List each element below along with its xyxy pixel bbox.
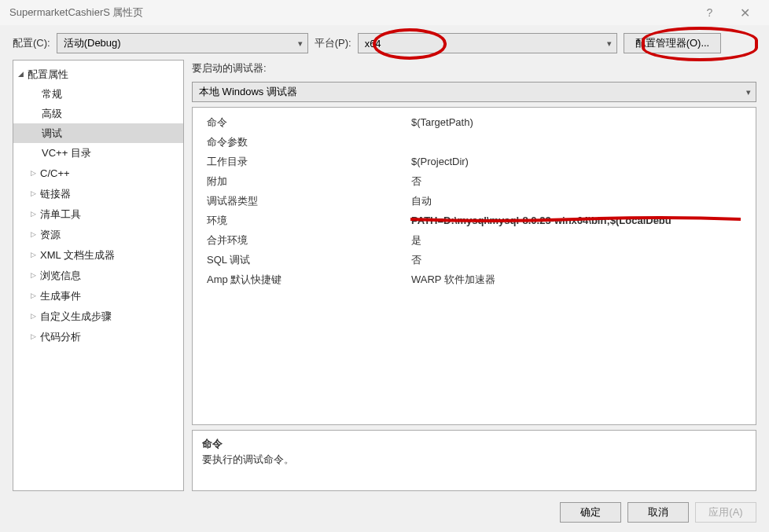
debugger-dropdown[interactable]: 本地 Windows 调试器	[192, 82, 756, 102]
expand-icon	[31, 185, 40, 202]
description-title: 命令	[202, 437, 746, 451]
grid-row[interactable]: 合并环境是	[193, 230, 756, 250]
titlebar-controls: ? ✕	[692, 1, 763, 24]
tree-item[interactable]: 代码分析	[13, 326, 183, 347]
tree-item[interactable]: 自定义生成步骤	[13, 306, 183, 326]
grid-value: 否	[411, 251, 741, 268]
debugger-value: 本地 Windows 调试器	[199, 85, 297, 99]
tree-item[interactable]: 链接器	[13, 183, 183, 204]
tree-item[interactable]: 资源	[13, 224, 183, 244]
grid-row[interactable]: 环境PATH=D:\mysql\mysql-8.0.23-winx64\bin;…	[193, 211, 756, 230]
tree-item[interactable]: 高级	[13, 104, 183, 123]
titlebar: SupermarketCashierS 属性页 ? ✕	[0, 0, 769, 25]
dialog-buttons: 确定 取消 应用(A)	[0, 496, 769, 532]
debugger-label: 要启动的调试器:	[192, 60, 756, 77]
tree-item-label: VC++ 目录	[42, 145, 91, 161]
expand-icon	[31, 307, 40, 325]
grid-key: 附加	[207, 173, 411, 189]
expand-icon	[31, 328, 40, 345]
tree-item-label: 链接器	[40, 185, 71, 202]
tree-pane[interactable]: 配置属性 常规高级调试VC++ 目录C/C++链接器清单工具资源XML 文档生成…	[13, 60, 184, 491]
tree-item[interactable]: C/C++	[13, 163, 183, 183]
tree-item-label: 资源	[40, 226, 61, 243]
tree-root[interactable]: 配置属性	[13, 64, 183, 84]
right-pane: 要启动的调试器: 本地 Windows 调试器 命令$(TargetPath)命…	[192, 60, 756, 491]
grid-key: 工作目录	[207, 153, 411, 170]
config-row: 配置(C): 活动(Debug) 平台(P): x64 配置管理器(O)...	[0, 25, 769, 60]
tree-item-label: XML 文档生成器	[40, 247, 115, 263]
platform-label: 平台(P):	[315, 36, 351, 50]
apply-button: 应用(A)	[695, 502, 756, 523]
config-label: 配置(C):	[13, 36, 50, 50]
grid-key: SQL 调试	[207, 251, 411, 268]
grid-key: 环境	[207, 212, 411, 229]
window-title: SupermarketCashierS 属性页	[6, 6, 692, 20]
tree-item[interactable]: 调试	[13, 123, 183, 143]
grid-value: 否	[411, 173, 741, 189]
grid-value: $(ProjectDir)	[411, 153, 741, 170]
platform-dropdown[interactable]: x64	[358, 33, 617, 53]
tree-item-label: 浏览信息	[40, 267, 81, 284]
tree-item[interactable]: 浏览信息	[13, 265, 183, 285]
tree-item[interactable]: 常规	[13, 84, 183, 104]
tree-item[interactable]: 生成事件	[13, 285, 183, 306]
tree-item-label: 代码分析	[40, 328, 81, 345]
config-manager-button[interactable]: 配置管理器(O)...	[624, 33, 722, 53]
grid-value: 是	[411, 232, 741, 248]
expand-icon	[31, 287, 40, 304]
grid-value: WARP 软件加速器	[411, 271, 741, 288]
grid-key: 命令参数	[207, 134, 411, 150]
tree-item-label: 自定义生成步骤	[40, 308, 112, 325]
config-dropdown[interactable]: 活动(Debug)	[57, 33, 308, 53]
grid-key: 命令	[207, 114, 411, 130]
tree-item-label: C/C++	[40, 165, 70, 182]
description-box: 命令 要执行的调试命令。	[192, 430, 756, 491]
tree-item-label: 生成事件	[40, 288, 81, 304]
tree-item[interactable]: 清单工具	[13, 204, 183, 224]
platform-value: x64	[365, 38, 381, 50]
grid-row[interactable]: 命令参数	[193, 132, 756, 152]
property-grid[interactable]: 命令$(TargetPath)命令参数工作目录$(ProjectDir)附加否调…	[192, 107, 756, 425]
tree-root-label: 配置属性	[28, 66, 68, 83]
grid-row[interactable]: 调试器类型自动	[193, 191, 756, 211]
cancel-button[interactable]: 取消	[627, 502, 689, 523]
tree-item-label: 高级	[42, 105, 62, 122]
grid-row[interactable]: 附加否	[193, 171, 756, 191]
grid-row[interactable]: 工作目录$(ProjectDir)	[193, 152, 756, 171]
help-button[interactable]: ?	[692, 1, 727, 24]
description-text: 要执行的调试命令。	[202, 453, 746, 467]
grid-value	[411, 134, 741, 150]
tree-item[interactable]: VC++ 目录	[13, 143, 183, 163]
expand-icon	[31, 205, 40, 222]
body-area: 配置属性 常规高级调试VC++ 目录C/C++链接器清单工具资源XML 文档生成…	[0, 60, 769, 496]
config-value: 活动(Debug)	[64, 36, 121, 50]
expand-icon	[31, 164, 40, 182]
expand-icon	[31, 266, 40, 284]
grid-value: PATH=D:\mysql\mysql-8.0.23-winx64\bin;$(…	[411, 212, 741, 229]
expand-icon	[18, 65, 28, 83]
expand-icon	[31, 246, 40, 263]
grid-value: 自动	[411, 193, 741, 209]
close-button[interactable]: ✕	[727, 1, 763, 24]
tree-item-label: 常规	[42, 86, 62, 102]
tree-item[interactable]: XML 文档生成器	[13, 244, 183, 265]
grid-row[interactable]: SQL 调试否	[193, 250, 756, 270]
grid-key: Amp 默认快捷键	[207, 271, 411, 288]
expand-icon	[31, 226, 40, 243]
grid-value: $(TargetPath)	[411, 114, 741, 130]
grid-key: 合并环境	[207, 232, 411, 248]
tree-item-label: 清单工具	[40, 206, 81, 222]
grid-wrap: 命令$(TargetPath)命令参数工作目录$(ProjectDir)附加否调…	[192, 107, 756, 425]
grid-row[interactable]: 命令$(TargetPath)	[193, 112, 756, 132]
ok-button[interactable]: 确定	[560, 502, 621, 523]
grid-key: 调试器类型	[207, 193, 411, 209]
grid-row[interactable]: Amp 默认快捷键WARP 软件加速器	[193, 270, 756, 289]
tree-item-label: 调试	[42, 125, 62, 141]
